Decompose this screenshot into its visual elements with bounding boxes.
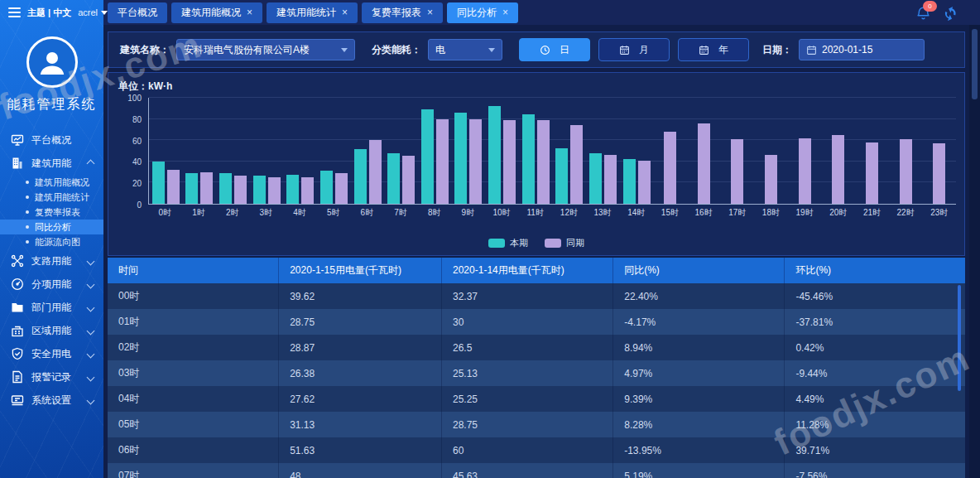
x-tick-label: 13时 [586,207,620,219]
period-button-年[interactable]: 年 [678,38,749,61]
sidebar-subitem-能源流向图[interactable]: 能源流向图 [0,234,103,249]
table-cell: 39.71% [785,437,965,463]
sidebar-item-system-settings[interactable]: 系统设置 [0,389,103,412]
close-icon[interactable]: × [247,7,252,17]
table-cell: 04时 [108,386,279,412]
bar-同期-0时 [167,170,180,204]
chart-unit-label: 单位：kW·h [118,80,172,94]
notification-badge: 0 [923,1,937,12]
bar-本期-14时 [623,159,636,204]
caret-down-icon [101,11,108,15]
bar-同期-16时 [698,123,710,204]
bar-本期-6时 [354,149,367,204]
tab-建筑用能统计[interactable]: 建筑用能统计× [267,2,358,23]
bar-group-15时 [653,98,687,204]
chevron-down-icon [87,373,95,381]
sidebar-item-region-energy[interactable]: 区域用能 [0,319,103,342]
table-cell: -7.56% [785,463,965,478]
x-tick-label: 23时 [922,207,956,219]
period-button-月[interactable]: 月 [598,38,670,61]
tab-bar: 平台概况建筑用能概况×建筑用能统计×复费率报表×同比分析× [103,0,518,25]
settings-icon [11,394,24,407]
sidebar-subitem-同比分析[interactable]: 同比分析 [0,220,103,234]
period-button-日[interactable]: 日 [519,38,590,61]
bar-chart: 020406080100 0时1时2时3时4时5时6时7时8时9时10时11时1… [118,98,958,219]
bar-同期-6时 [369,140,382,204]
table-row-03时: 03时26.3825.134.97%-9.44% [108,360,965,386]
page-scrollbar-thumb[interactable] [972,29,978,99]
y-axis: 020406080100 [118,98,145,205]
user-menu[interactable]: acrel [78,7,108,17]
building-name-label: 建筑名称： [120,43,170,57]
close-icon[interactable]: × [342,7,348,17]
table-scrollbar[interactable] [958,285,961,391]
tab-同比分析[interactable]: 同比分析× [447,2,518,23]
table-cell: 26.38 [279,360,442,386]
legend-item-本期[interactable]: 本期 [488,237,528,249]
y-tick-label: 100 [127,94,142,103]
table-cell: 5.19% [613,463,785,478]
tab-平台概况[interactable]: 平台概况 [108,2,167,23]
notifications-bell-icon[interactable]: 0 [915,5,931,21]
y-tick-label: 0 [137,200,142,210]
tab-复费率报表[interactable]: 复费率报表× [362,2,443,23]
bar-同期-1时 [200,172,213,204]
sidebar-menu: 平台概况建筑用能建筑用能概况建筑用能统计复费率报表同比分析能源流向图支路用能分项… [0,128,103,412]
bar-group-1时 [183,98,217,204]
bar-本期-0时 [152,162,165,204]
bar-group-21时 [855,98,889,204]
table-cell: 11.28% [785,412,965,437]
table-cell: 32.37 [442,283,613,309]
topbar: 平台概况建筑用能概况×建筑用能统计×复费率报表×同比分析× 0 [103,0,980,25]
sidebar: 主题 | 中文 acrel 能耗管理系统 平台概况建筑用能建筑用能概况建筑用能统… [0,0,103,478]
x-tick-label: 1时 [182,207,216,219]
menu-toggle-icon[interactable] [8,7,21,17]
calendar-icon [619,45,630,56]
bar-group-6时 [351,98,385,204]
bar-同期-10时 [503,120,516,204]
table-header-row: 时间2020-1-15用电量(千瓦时)2020-1-14用电量(千瓦时)同比(%… [108,258,965,283]
theme-language-switcher[interactable]: 主题 | 中文 [27,7,71,19]
x-tick-label: 17时 [720,207,754,219]
bar-group-11时 [519,98,553,204]
bar-group-4时 [284,98,318,204]
sidebar-item-safe-electricity[interactable]: 安全用电 [0,342,103,365]
sidebar-item-branch-energy[interactable]: 支路用能 [0,249,103,273]
page-scrollbar[interactable] [969,25,980,478]
table-cell: 00时 [108,283,279,309]
chevron-down-icon [87,257,95,265]
sidebar-item-department-energy[interactable]: 部门用能 [0,296,103,319]
chevron-down-icon [87,303,95,311]
table-cell: 02时 [108,335,279,360]
sidebar-item-subentry-energy[interactable]: 分项用能 [0,273,103,296]
date-input[interactable]: 2020-01-15 [799,39,925,60]
bar-同期-23时 [933,143,945,204]
bar-同期-18时 [765,155,777,204]
refresh-icon[interactable] [943,5,958,21]
x-tick-label: 10时 [485,207,519,219]
table-cell: 4.97% [613,360,785,386]
legend-item-同期[interactable]: 同期 [545,237,584,249]
sidebar-subitem-建筑用能概况[interactable]: 建筑用能概况 [0,175,103,190]
sidebar-item-platform-overview[interactable]: 平台概况 [0,128,103,152]
x-tick-label: 14时 [619,207,653,219]
x-tick-label: 8时 [417,207,451,219]
table-header-cell: 同比(%) [613,258,785,283]
close-icon[interactable]: × [427,7,433,17]
sidebar-item-building-energy[interactable]: 建筑用能 [0,152,103,175]
table-cell: 28.75 [442,412,613,437]
bar-group-20时 [822,98,856,204]
close-icon[interactable]: × [502,7,508,17]
bar-group-7时 [384,98,418,204]
sidebar-subitem-复费率报表[interactable]: 复费率报表 [0,205,103,220]
table-cell: 07时 [108,463,279,478]
x-tick-label: 22时 [889,207,923,219]
x-axis: 0时1时2时3时4时5时6时7时8时9时10时11时12时13时14时15时16… [148,205,956,219]
tab-建筑用能概况[interactable]: 建筑用能概况× [171,2,262,23]
bar-本期-9时 [454,113,467,204]
building-select[interactable]: 安科瑞电气股份有限公司A楼 [176,39,355,60]
table-cell: -9.44% [785,360,965,386]
sidebar-item-alarm-records[interactable]: 报警记录 [0,365,103,389]
sidebar-subitem-建筑用能统计[interactable]: 建筑用能统计 [0,190,103,205]
energy-type-select[interactable]: 电 [428,39,502,60]
